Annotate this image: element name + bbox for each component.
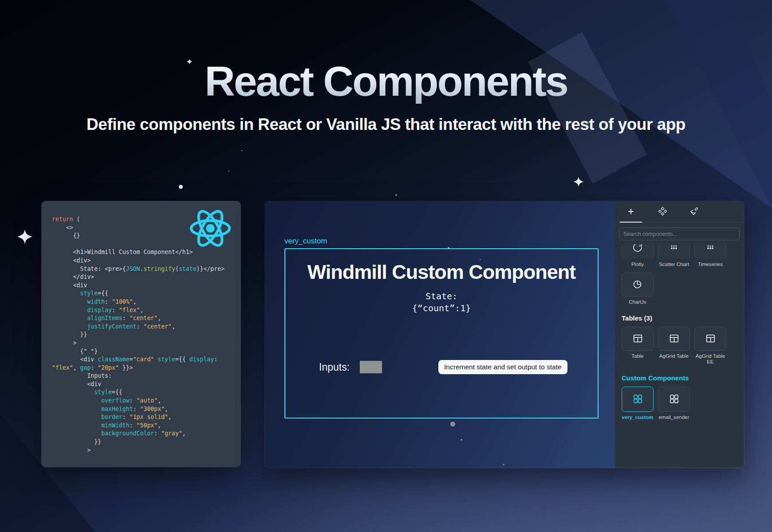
code-line: <div> bbox=[52, 257, 238, 265]
component-input-box[interactable] bbox=[359, 360, 382, 374]
search-input[interactable] bbox=[619, 227, 740, 240]
code-line: > bbox=[52, 446, 238, 455]
inputs-label: Inputs: bbox=[319, 361, 350, 373]
inputs-row: Inputs: Increment state and set output t… bbox=[319, 360, 567, 374]
tables-row: Table AgGrid Table bbox=[622, 327, 744, 365]
custom-components-row: very_custom email_sender bbox=[622, 387, 744, 420]
component-state: State: {“count”:1} bbox=[285, 290, 598, 314]
star-dot bbox=[450, 422, 455, 426]
star-dot bbox=[228, 170, 229, 172]
component-card-aggrid-table-ee[interactable]: AgGrid Table EE bbox=[694, 327, 726, 365]
plotly-chart-icon bbox=[632, 244, 643, 254]
tab-insert-component[interactable]: + bbox=[622, 201, 640, 222]
component-heading: Windmill Custom Component bbox=[299, 260, 584, 284]
component-card-aggrid-table[interactable]: AgGrid Table bbox=[658, 327, 690, 365]
code-line: minWidth: "50px", bbox=[52, 422, 238, 430]
tab-components[interactable] bbox=[654, 201, 671, 222]
scatter-dots-icon bbox=[669, 244, 679, 254]
page-title: React Components bbox=[0, 59, 772, 104]
code-line: alignItems: "center", bbox=[52, 314, 238, 323]
tab-styling[interactable] bbox=[685, 201, 703, 222]
code-editor-panel: return ( <> {} <h1>Windmill Custom Compo… bbox=[41, 201, 241, 467]
table-icon bbox=[705, 333, 716, 345]
panel-tabs: + bbox=[615, 201, 744, 223]
pie-chart-icon bbox=[632, 279, 643, 290]
custom-component-preview[interactable]: Windmill Custom Component State: {“count… bbox=[284, 248, 599, 419]
code-line: }} bbox=[52, 438, 238, 446]
component-card-chartjs[interactable]: ChartJs bbox=[622, 273, 654, 305]
paintbrush-icon bbox=[690, 207, 698, 217]
code-line: style={{ bbox=[52, 388, 238, 397]
component-card-plotly[interactable]: Plotly bbox=[622, 244, 654, 267]
code-line: justifyContent: "center", bbox=[52, 323, 238, 331]
code-line: {} bbox=[52, 232, 238, 240]
code-line: <div className="card" style={{ display: bbox=[52, 356, 238, 364]
code-line: }} bbox=[52, 331, 238, 339]
component-card-email-sender[interactable]: email_sender bbox=[658, 387, 690, 420]
component-card-timeseries[interactable]: Timeseries bbox=[694, 244, 726, 267]
chart-components-row: Plotly Scatter Chart bbox=[622, 244, 744, 267]
component-library-panel: + bbox=[615, 201, 744, 468]
star-dot bbox=[461, 439, 462, 441]
selected-component-label: very_custom bbox=[284, 237, 327, 246]
state-value: {“count”:1} bbox=[285, 302, 598, 314]
sparkle-icon bbox=[573, 176, 584, 187]
code-line: maxHeight: "300px", bbox=[52, 405, 238, 414]
code-block: return ( <> {} <h1>Windmill Custom Compo… bbox=[52, 215, 238, 463]
code-line: overflow: "auto", bbox=[52, 397, 238, 405]
custom-component-icon bbox=[632, 394, 643, 405]
page-subtitle: Define components in React or Vanilla JS… bbox=[0, 115, 772, 134]
code-line: State: <pre>{JSON.stringify(state)}</pre… bbox=[52, 265, 238, 274]
tables-section-title: Tables (3) bbox=[622, 314, 744, 322]
star-dot bbox=[241, 150, 243, 151]
custom-components-section-title: Custom Components bbox=[622, 374, 744, 382]
code-line: "flex", gap: "20px" }}> bbox=[52, 364, 238, 372]
code-line: return ( bbox=[52, 215, 238, 224]
code-line: display: "flex", bbox=[52, 306, 238, 315]
table-icon bbox=[669, 333, 680, 345]
code-line: <div bbox=[52, 282, 238, 290]
star-dot bbox=[480, 259, 481, 260]
component-card-very-custom[interactable]: very_custom bbox=[622, 387, 654, 420]
increment-state-button[interactable]: Increment state and set output to state bbox=[438, 360, 567, 374]
code-line: border: "1px solid", bbox=[52, 413, 238, 422]
code-line: Inputs: bbox=[52, 372, 238, 380]
code-line: </div> bbox=[52, 273, 238, 282]
timeseries-dots-icon bbox=[705, 244, 716, 254]
hero: React Components Define components in Re… bbox=[0, 59, 772, 134]
code-line bbox=[52, 240, 238, 249]
state-label: State: bbox=[285, 290, 598, 302]
star-dot bbox=[395, 194, 397, 196]
app-canvas[interactable]: very_custom Windmill Custom Component St… bbox=[265, 201, 615, 468]
component-card-table[interactable]: Table bbox=[622, 327, 654, 365]
app-builder-window: very_custom Windmill Custom Component St… bbox=[264, 201, 744, 468]
plus-icon: + bbox=[628, 207, 634, 217]
code-line: > bbox=[52, 339, 238, 348]
sparkle-icon bbox=[17, 229, 33, 245]
star-dot bbox=[179, 185, 183, 189]
table-icon bbox=[632, 333, 643, 345]
code-line: backgroundColor: "gray", bbox=[52, 430, 238, 438]
code-line: <h1>Windmill Custom Component</h1> bbox=[52, 248, 238, 257]
chartjs-row: ChartJs bbox=[622, 273, 744, 305]
star-dot bbox=[448, 247, 449, 249]
component-card-scatter-chart[interactable]: Scatter Chart bbox=[658, 244, 690, 267]
code-line: width: "100%", bbox=[52, 298, 238, 306]
custom-component-icon bbox=[668, 394, 680, 405]
code-line: {" "} bbox=[52, 348, 238, 356]
panel-body: Plotly Scatter Chart bbox=[615, 244, 744, 468]
star-dot bbox=[503, 464, 504, 466]
diamond-grid-icon bbox=[658, 207, 667, 217]
code-line: <div bbox=[52, 380, 238, 389]
code-line: <> bbox=[52, 224, 238, 232]
code-line: style={{ bbox=[52, 289, 238, 298]
